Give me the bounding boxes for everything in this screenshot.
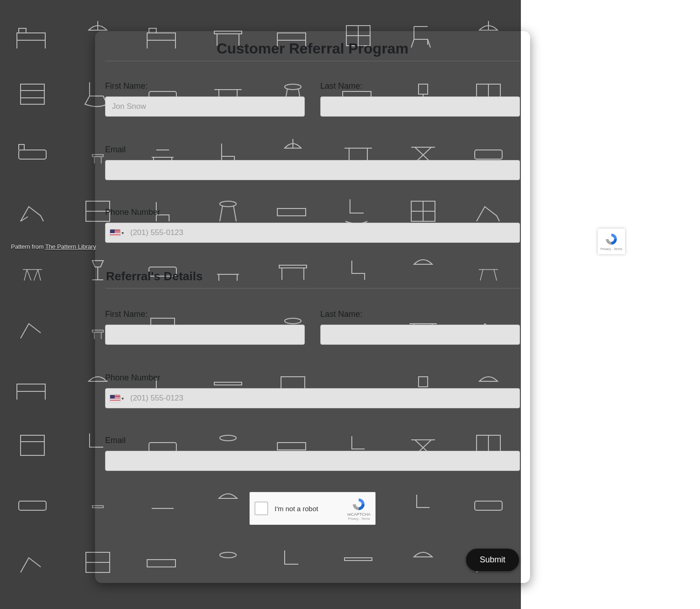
recaptcha-label: I'm not a robot bbox=[275, 505, 341, 513]
chevron-down-icon: ▾ bbox=[122, 230, 124, 235]
first-name-label: First Name: bbox=[105, 310, 305, 319]
attribution-link[interactable]: The Pattern Library bbox=[45, 243, 96, 250]
email-label: Email bbox=[105, 145, 520, 155]
referral-first-name-field: First Name: bbox=[105, 310, 305, 345]
recaptcha-terms[interactable]: Privacy - Terms bbox=[348, 517, 370, 520]
customer-last-name-input[interactable] bbox=[320, 96, 520, 117]
recaptcha-badge-terms: Privacy - Terms bbox=[600, 247, 622, 251]
customer-phone-row: Phone Number ▾ bbox=[105, 208, 520, 243]
pattern-attribution: Pattern from The Pattern Library bbox=[11, 243, 96, 250]
recaptcha-checkbox[interactable] bbox=[255, 502, 268, 515]
attribution-prefix: Pattern from bbox=[11, 243, 45, 250]
divider bbox=[105, 288, 520, 288]
referral-last-name-field: Last Name: bbox=[320, 310, 520, 345]
customer-first-name-field: First Name: bbox=[105, 81, 305, 117]
last-name-label: Last Name: bbox=[320, 310, 520, 319]
recaptcha-badge[interactable]: Privacy - Terms bbox=[598, 229, 625, 254]
recaptcha-branding: reCAPTCHA Privacy - Terms bbox=[347, 497, 371, 520]
viewport: Pattern from The Pattern Library Custome… bbox=[0, 0, 700, 609]
recaptcha-widget: I'm not a robot reCAPTCHA Privacy - Term… bbox=[249, 492, 376, 525]
phone-country-selector[interactable]: ▾ bbox=[108, 393, 126, 404]
submit-button[interactable]: Submit bbox=[466, 549, 519, 571]
referral-phone-input-wrap: ▾ bbox=[105, 388, 520, 408]
referral-first-name-input[interactable] bbox=[105, 325, 305, 345]
customer-email-field: Email bbox=[105, 145, 520, 180]
recaptcha-icon bbox=[605, 232, 618, 246]
recaptcha-icon bbox=[351, 497, 366, 512]
chevron-down-icon: ▾ bbox=[122, 396, 124, 401]
flag-us-icon bbox=[110, 230, 120, 236]
referral-phone-input[interactable] bbox=[126, 389, 520, 408]
submit-row: Submit bbox=[105, 549, 520, 571]
customer-phone-input[interactable] bbox=[126, 223, 520, 242]
flag-us-icon bbox=[110, 395, 120, 402]
divider bbox=[105, 61, 520, 61]
referral-phone-row: Phone Number ▾ bbox=[105, 373, 520, 408]
email-label: Email bbox=[105, 436, 520, 445]
customer-email-input[interactable] bbox=[105, 160, 520, 180]
referral-form-modal: Customer Referral Program First Name: La… bbox=[95, 31, 530, 583]
customer-phone-input-wrap: ▾ bbox=[105, 223, 520, 243]
customer-email-row: Email bbox=[105, 145, 520, 180]
page-title: Customer Referral Program bbox=[105, 40, 520, 57]
customer-name-row: First Name: Last Name: bbox=[105, 81, 520, 117]
referral-last-name-input[interactable] bbox=[320, 325, 520, 345]
customer-first-name-input[interactable] bbox=[105, 96, 305, 117]
referral-email-input[interactable] bbox=[105, 451, 520, 471]
referral-section-title: Referral's Details bbox=[106, 269, 520, 283]
referral-email-row: Email bbox=[105, 436, 520, 471]
referral-name-row: First Name: Last Name: bbox=[105, 310, 520, 345]
customer-last-name-field: Last Name: bbox=[320, 81, 520, 117]
first-name-label: First Name: bbox=[105, 81, 305, 91]
last-name-label: Last Name: bbox=[320, 81, 520, 91]
referral-email-field: Email bbox=[105, 436, 520, 471]
referral-phone-field: Phone Number ▾ bbox=[105, 373, 520, 408]
phone-country-selector[interactable]: ▾ bbox=[108, 228, 126, 238]
recaptcha-service-name: reCAPTCHA bbox=[347, 513, 371, 517]
phone-label: Phone Number bbox=[105, 373, 520, 383]
phone-label: Phone Number bbox=[105, 208, 520, 217]
customer-phone-field: Phone Number ▾ bbox=[105, 208, 520, 243]
